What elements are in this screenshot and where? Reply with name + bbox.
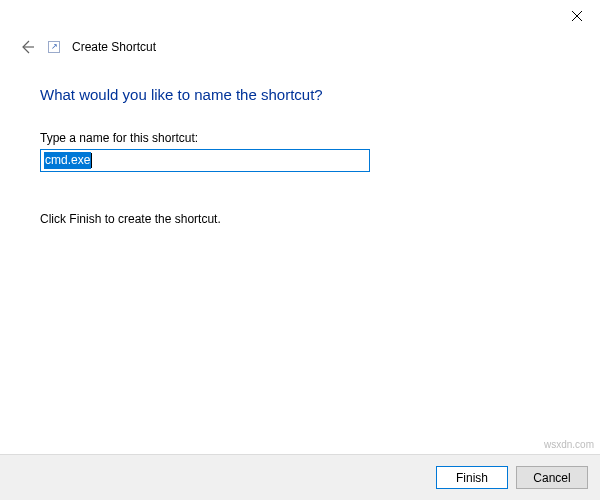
watermark: wsxdn.com	[544, 439, 594, 450]
name-field-label: Type a name for this shortcut:	[40, 131, 560, 145]
shortcut-name-input[interactable]: cmd.exe	[40, 149, 370, 172]
shortcut-icon: ↗	[48, 41, 60, 53]
cancel-button[interactable]: Cancel	[516, 466, 588, 489]
back-button[interactable]	[18, 38, 36, 56]
close-icon	[572, 11, 582, 21]
close-button[interactable]	[554, 0, 600, 32]
titlebar	[0, 0, 600, 32]
finish-button[interactable]: Finish	[436, 466, 508, 489]
back-arrow-icon	[19, 39, 35, 55]
text-caret	[91, 153, 92, 168]
wizard-title: Create Shortcut	[72, 40, 156, 54]
page-heading: What would you like to name the shortcut…	[40, 86, 560, 103]
content-area: What would you like to name the shortcut…	[0, 68, 600, 226]
finish-hint: Click Finish to create the shortcut.	[40, 212, 560, 226]
input-selected-text: cmd.exe	[44, 152, 91, 169]
button-bar: Finish Cancel	[0, 454, 600, 500]
wizard-header: ↗ Create Shortcut	[0, 32, 600, 68]
